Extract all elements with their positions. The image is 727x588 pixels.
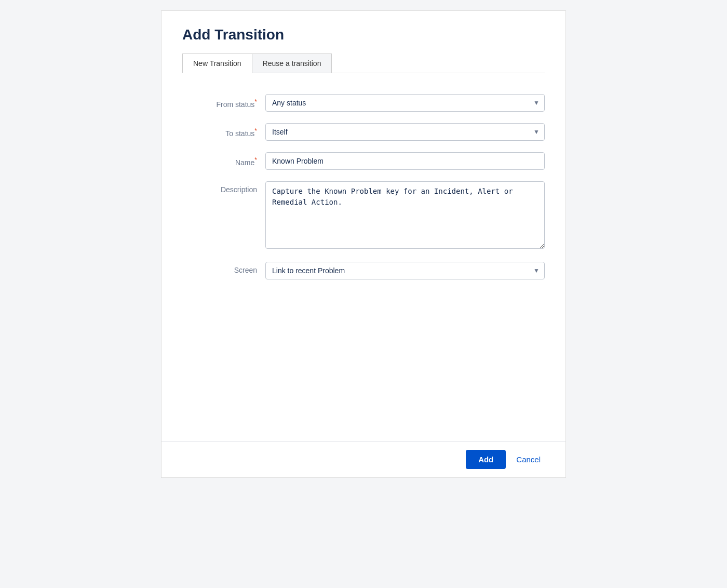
from-status-select[interactable]: Any status Open In Progress Resolved Clo… [265, 94, 545, 112]
to-status-label: To status* [182, 123, 265, 138]
tabs-container: New Transition Reuse a transition [182, 54, 545, 73]
name-required: * [254, 156, 257, 164]
name-label: Name* [182, 152, 265, 167]
from-status-required: * [254, 98, 257, 105]
name-row: Name* [182, 152, 545, 170]
from-status-field: Any status Open In Progress Resolved Clo… [265, 94, 545, 112]
form-body: From status* Any status Open In Progress… [182, 89, 545, 296]
description-label: Description [182, 181, 265, 194]
add-transition-dialog: Add Transition New Transition Reuse a tr… [161, 10, 566, 478]
to-status-field: Itself Open In Progress Resolved Closed … [265, 123, 545, 141]
screen-select-wrapper: Link to recent Problem None Default Scre… [265, 262, 545, 279]
screen-row: Screen Link to recent Problem None Defau… [182, 262, 545, 279]
tab-new-transition[interactable]: New Transition [182, 54, 252, 73]
from-status-label: From status* [182, 94, 265, 109]
screen-select[interactable]: Link to recent Problem None Default Scre… [265, 262, 545, 279]
description-field: Capture the Known Problem key for an Inc… [265, 181, 545, 250]
description-row: Description Capture the Known Problem ke… [182, 181, 545, 250]
from-status-row: From status* Any status Open In Progress… [182, 94, 545, 112]
to-status-required: * [254, 127, 257, 135]
tab-reuse-transition[interactable]: Reuse a transition [252, 54, 332, 73]
name-field [265, 152, 545, 170]
screen-label: Screen [182, 262, 265, 274]
to-status-row: To status* Itself Open In Progress Resol… [182, 123, 545, 141]
from-status-select-wrapper: Any status Open In Progress Resolved Clo… [265, 94, 545, 112]
name-input[interactable] [265, 152, 545, 170]
cancel-button[interactable]: Cancel [512, 450, 545, 469]
add-button[interactable]: Add [466, 450, 506, 469]
to-status-select[interactable]: Itself Open In Progress Resolved Closed [265, 123, 545, 141]
description-textarea[interactable]: Capture the Known Problem key for an Inc… [265, 181, 545, 249]
to-status-select-wrapper: Itself Open In Progress Resolved Closed … [265, 123, 545, 141]
page-title: Add Transition [182, 26, 545, 43]
dialog-footer: Add Cancel [161, 441, 566, 477]
screen-field: Link to recent Problem None Default Scre… [265, 262, 545, 279]
